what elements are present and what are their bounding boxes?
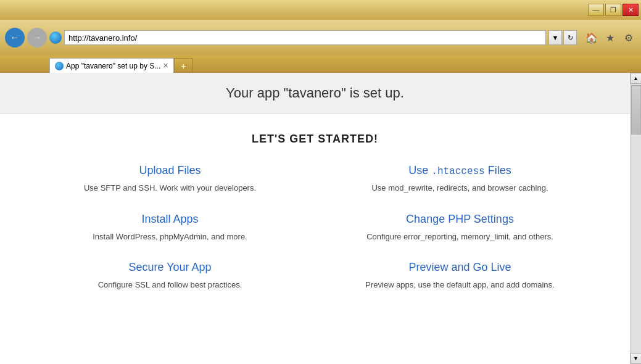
ie-logo-icon: [49, 31, 62, 44]
scroll-up-button[interactable]: ▲: [631, 73, 642, 84]
feature-install-apps: Install Apps Install WordPress, phpMyAdm…: [50, 213, 291, 243]
minimize-button[interactable]: —: [588, 4, 604, 16]
home-icon[interactable]: 🏠: [584, 30, 599, 45]
favorites-icon[interactable]: ★: [603, 30, 618, 45]
tab-close-button[interactable]: ✕: [163, 62, 168, 70]
feature-htaccess: Use .htaccess Files Use mod_rewrite, red…: [340, 164, 581, 194]
browser-window: — ❐ ✕ ← → ▼ ↻ 🏠 ★ ⚙ App "tavanero" set u…: [0, 0, 641, 364]
secure-app-link[interactable]: Secure Your App: [50, 261, 291, 274]
settings-icon[interactable]: ⚙: [621, 30, 636, 45]
back-button[interactable]: ←: [5, 28, 25, 48]
htaccess-desc: Use mod_rewrite, redirects, and browser …: [340, 182, 581, 194]
php-settings-desc: Configure error_reporting, memory_limit,…: [340, 231, 581, 243]
upload-files-desc: Use SFTP and SSH. Work with your develop…: [50, 182, 291, 194]
go-live-desc: Preview apps, use the default app, and a…: [340, 279, 581, 291]
new-tab-button[interactable]: +: [174, 58, 192, 73]
restore-button[interactable]: ❐: [605, 4, 621, 16]
scroll-down-button[interactable]: ▼: [631, 353, 642, 364]
secure-app-desc: Configure SSL and follow best practices.: [50, 279, 291, 291]
content-area: Your app "tavanero" is set up. LET'S GET…: [0, 73, 641, 364]
page-header: Your app "tavanero" is set up.: [0, 73, 630, 114]
tab-favicon-icon: [55, 62, 64, 70]
section-title: LET'S GET STARTED!: [252, 133, 378, 146]
tab-label: App "tavanero" set up by S...: [66, 62, 160, 70]
page-title: Your app "tavanero" is set up.: [12, 85, 618, 101]
scroll-track[interactable]: [631, 84, 642, 353]
install-apps-link[interactable]: Install Apps: [50, 213, 291, 226]
page-content: Your app "tavanero" is set up. LET'S GET…: [0, 73, 630, 364]
window-controls: — ❐ ✕: [588, 4, 639, 16]
search-dropdown-button[interactable]: ▼: [548, 30, 562, 45]
scrollbar[interactable]: ▲ ▼: [630, 73, 641, 364]
feature-php-settings: Change PHP Settings Configure error_repo…: [340, 213, 581, 243]
close-button[interactable]: ✕: [622, 4, 639, 16]
features-grid: Upload Files Use SFTP and SSH. Work with…: [50, 164, 581, 310]
install-apps-desc: Install WordPress, phpMyAdmin, and more.: [50, 231, 291, 243]
page-main: LET'S GET STARTED! Upload Files Use SFTP…: [0, 114, 630, 364]
upload-files-link[interactable]: Upload Files: [50, 164, 291, 177]
feature-go-live: Preview and Go Live Preview apps, use th…: [340, 261, 581, 291]
active-tab[interactable]: App "tavanero" set up by S... ✕: [49, 58, 174, 73]
feature-upload-files: Upload Files Use SFTP and SSH. Work with…: [50, 164, 291, 194]
address-bar-area: ▼ ↻: [49, 30, 577, 45]
tab-bar: App "tavanero" set up by S... ✕ +: [0, 56, 641, 73]
php-settings-link[interactable]: Change PHP Settings: [340, 213, 581, 226]
toolbar: ← → ▼ ↻ 🏠 ★ ⚙: [0, 20, 641, 56]
forward-button[interactable]: →: [27, 28, 47, 48]
refresh-button[interactable]: ↻: [563, 30, 577, 45]
go-live-link[interactable]: Preview and Go Live: [340, 261, 581, 274]
feature-secure-app: Secure Your App Configure SSL and follow…: [50, 261, 291, 291]
address-input[interactable]: [64, 30, 546, 45]
htaccess-link[interactable]: Use .htaccess Files: [340, 164, 581, 177]
scroll-thumb[interactable]: [631, 85, 641, 134]
address-controls: ▼ ↻: [548, 30, 577, 45]
title-bar: — ❐ ✕: [0, 0, 641, 20]
